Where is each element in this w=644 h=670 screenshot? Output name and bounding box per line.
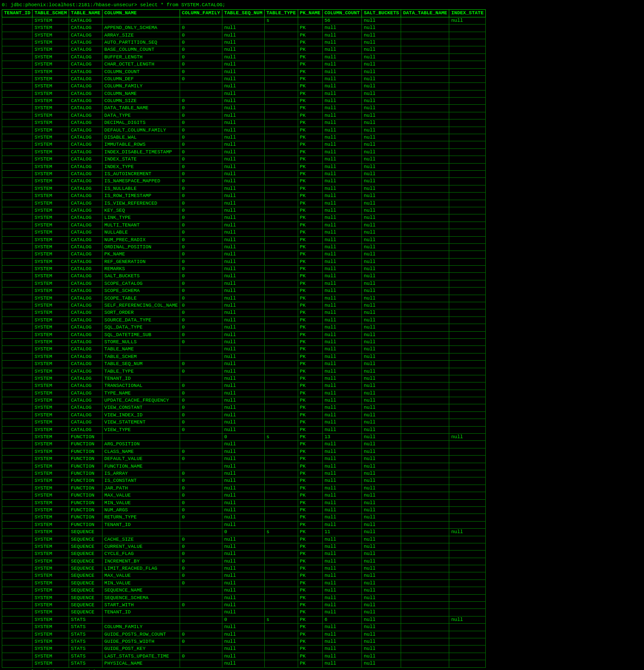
table-cell — [2, 127, 33, 134]
table-cell: null — [362, 587, 401, 594]
table-cell: null — [362, 638, 401, 645]
table-cell: SYSTEM — [33, 68, 69, 75]
table-cell: null — [362, 119, 401, 127]
table-cell — [401, 273, 449, 280]
table-cell: null — [322, 485, 361, 492]
table-cell — [264, 25, 298, 32]
table-cell: null — [222, 295, 264, 302]
table-cell: PK — [298, 441, 322, 448]
table-cell — [2, 638, 33, 645]
table-cell: 0 — [180, 207, 222, 214]
table-cell — [449, 75, 486, 82]
table-cell — [401, 346, 449, 353]
table-cell: null — [222, 185, 264, 192]
table-cell: null — [222, 222, 264, 229]
table-cell — [401, 156, 449, 163]
table-cell — [401, 434, 449, 441]
table-cell: null — [362, 485, 401, 492]
table-cell — [264, 170, 298, 177]
table-cell: FUNCTION — [69, 492, 103, 499]
table-cell: null — [222, 53, 264, 61]
table-cell — [264, 470, 298, 477]
table-cell: null — [222, 536, 264, 543]
table-cell: PK — [298, 448, 322, 455]
table-cell: FUNCTION — [69, 470, 103, 477]
table-cell: PK — [298, 594, 322, 601]
table-cell: STATS — [69, 624, 103, 631]
table-cell: STATS — [69, 653, 103, 660]
table-cell: null — [322, 660, 361, 667]
table-cell — [401, 229, 449, 236]
table-cell: PK — [298, 75, 322, 82]
table-cell: null — [362, 105, 401, 112]
table-cell: SEQUENCE — [69, 594, 103, 601]
table-cell: null — [362, 141, 401, 148]
table-cell — [264, 361, 298, 368]
table-cell: null — [322, 397, 361, 404]
table-row: SYSTEMCATALOGIS_NAMESPACE_MAPPED0nullPKn… — [2, 178, 486, 185]
col-header-index-state: INDEX_STATE — [449, 10, 486, 17]
table-row: SYSTEMSTATSGUIDE_POST_KEYnullPKnullnull — [2, 645, 486, 653]
table-cell: GUIDE_POSTS_WIDTH — [103, 638, 180, 645]
table-cell — [449, 558, 486, 565]
table-cell: CATALOG — [69, 324, 103, 331]
table-cell — [264, 609, 298, 616]
table-cell — [180, 463, 222, 470]
table-cell: null — [362, 134, 401, 141]
table-cell — [264, 419, 298, 426]
table-cell: 0 — [180, 419, 222, 426]
table-cell — [449, 521, 486, 528]
table-cell: FUNCTION — [69, 485, 103, 492]
table-cell: 0 — [180, 156, 222, 163]
table-cell: PK — [298, 638, 322, 645]
table-cell: SYSTEM — [33, 119, 69, 127]
table-cell — [401, 456, 449, 463]
table-cell: PK — [298, 338, 322, 345]
table-row: SYSTEMCATALOGSQL_DATETIME_SUB0nullPKnull… — [2, 331, 486, 338]
table-row: SYSTEMSEQUENCECACHE_SIZE0nullPKnullnull — [2, 536, 486, 543]
table-cell — [264, 32, 298, 39]
table-row: SYSTEMSEQUENCEMAX_VALUE0nullPKnullnull — [2, 572, 486, 580]
table-cell: null — [362, 434, 401, 441]
table-cell — [449, 375, 486, 382]
table-cell: null — [322, 134, 361, 141]
table-cell: null — [322, 280, 361, 287]
table-cell: 0 — [180, 258, 222, 265]
table-cell: null — [322, 193, 361, 200]
table-cell: null — [362, 558, 401, 565]
table-cell: null — [322, 368, 361, 375]
table-cell: SYSTEM — [33, 492, 69, 499]
table-cell: STATS — [69, 645, 103, 653]
table-cell — [449, 83, 486, 90]
table-cell: null — [322, 200, 361, 207]
table-cell: PK — [298, 25, 322, 32]
table-cell — [449, 222, 486, 229]
table-row: SYSTEMCATALOGVIEW_TYPE0nullPKnullnull — [2, 426, 486, 433]
table-cell: null — [362, 514, 401, 521]
table-cell: null — [362, 266, 401, 273]
table-cell — [401, 251, 449, 258]
table-cell — [449, 134, 486, 141]
table-cell: SELF_REFERENCING_COL_NAME — [103, 302, 180, 309]
table-cell: null — [222, 163, 264, 170]
table-cell: CATALOG — [69, 243, 103, 251]
table-cell: null — [322, 448, 361, 455]
table-cell: null — [322, 105, 361, 112]
table-cell: STATS — [69, 660, 103, 667]
table-cell — [264, 302, 298, 309]
table-cell — [449, 514, 486, 521]
table-cell: null — [222, 317, 264, 324]
table-cell — [449, 185, 486, 192]
table-cell — [449, 119, 486, 127]
table-cell — [264, 390, 298, 397]
table-row: SYSTEMCATALOGTYPE_NAME0nullPKnullnull — [2, 390, 486, 397]
table-row: SYSTEMCATALOGKEY_SEQ0nullPKnullnull — [2, 207, 486, 214]
table-cell: PK — [298, 565, 322, 572]
table-cell — [401, 645, 449, 653]
table-row: SYSTEMCATALOGCOLUMN_FAMILYnullPKnullnull — [2, 83, 486, 90]
table-cell — [2, 331, 33, 338]
table-cell — [264, 631, 298, 638]
table-cell — [264, 514, 298, 521]
table-cell: null — [322, 83, 361, 90]
table-cell: 0 — [180, 324, 222, 331]
